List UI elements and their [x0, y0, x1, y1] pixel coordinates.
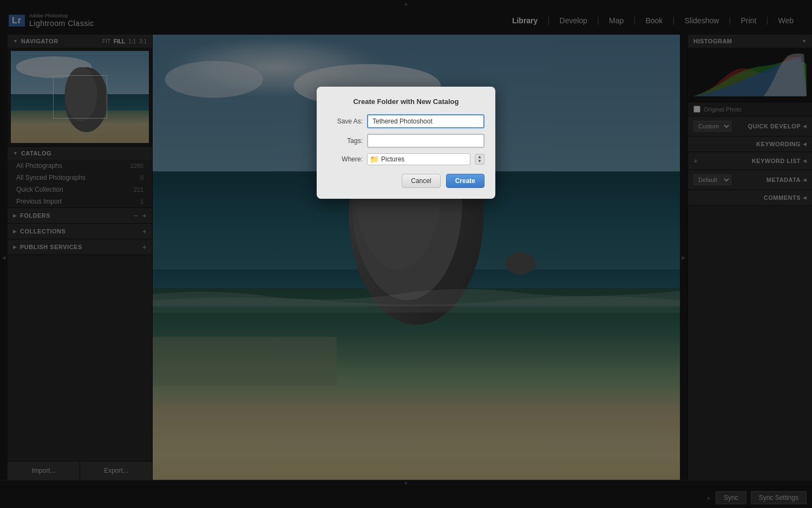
modal-overlay: Create Folder with New Catalog Save As: … — [0, 0, 812, 508]
create-button[interactable]: Create — [446, 174, 484, 188]
modal-dialog: Create Folder with New Catalog Save As: … — [317, 87, 495, 199]
save-as-row: Save As: — [328, 114, 484, 128]
save-as-label: Save As: — [328, 118, 363, 125]
folder-icon: 📁 — [370, 155, 379, 164]
tags-label: Tags: — [328, 137, 363, 145]
modal-buttons: Cancel Create — [328, 174, 484, 188]
where-row: Where: 📁 Pictures Desktop Documents ▲ ▼ — [328, 153, 484, 165]
modal-title: Create Folder with New Catalog — [328, 97, 484, 106]
where-select-container: 📁 Pictures Desktop Documents — [367, 153, 470, 165]
cancel-button[interactable]: Cancel — [402, 174, 440, 188]
save-as-input[interactable] — [367, 114, 484, 128]
where-select[interactable]: Pictures Desktop Documents — [381, 155, 468, 163]
tags-input[interactable] — [367, 134, 484, 148]
tags-row: Tags: — [328, 134, 484, 148]
where-down-icon: ▼ — [477, 159, 482, 164]
where-label: Where: — [328, 155, 363, 163]
where-stepper[interactable]: ▲ ▼ — [475, 154, 484, 165]
